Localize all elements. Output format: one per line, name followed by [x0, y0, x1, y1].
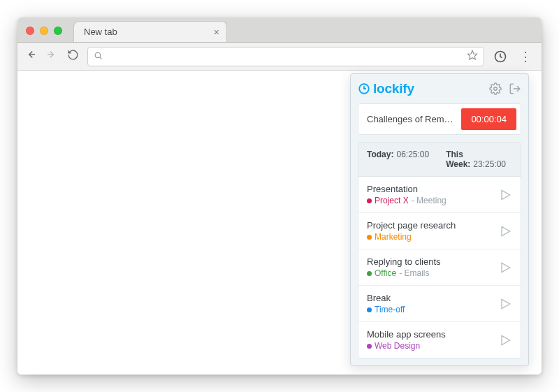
clockify-icon	[493, 50, 507, 64]
time-entry-project: Web Design	[367, 341, 493, 351]
time-entry-main: Project page researchMarketing	[367, 220, 493, 242]
play-icon	[498, 224, 512, 238]
summary-week: This Week:23:25:00	[446, 150, 512, 169]
time-entry-title: Presentation	[367, 184, 493, 194]
svg-marker-11	[502, 263, 510, 272]
clockify-logo-text: lockify	[373, 81, 414, 96]
time-entry-project: OfficeEmails	[367, 268, 493, 278]
active-timer-description[interactable]: Challenges of Remo...	[367, 114, 461, 124]
search-icon	[94, 51, 103, 62]
page-content: lockify Challenges of Remo... 00:00:04	[17, 71, 542, 375]
project-name: Web Design	[375, 341, 420, 351]
browser-window: New tab × ⋮	[17, 17, 542, 375]
time-entry[interactable]: Project page researchMarketing	[358, 212, 521, 249]
clockify-logo: lockify	[358, 81, 414, 96]
address-input[interactable]	[108, 51, 461, 61]
svg-marker-10	[502, 226, 510, 235]
reload-button[interactable]	[66, 49, 79, 64]
project-name: Marketing	[375, 232, 412, 242]
play-icon	[498, 188, 512, 202]
time-entry-main: PresentationProject XMeeting	[367, 184, 493, 205]
back-button[interactable]	[24, 48, 37, 64]
project-name: Office	[375, 268, 396, 278]
tab-title: New tab	[84, 27, 117, 37]
time-entry-main: Replying to clientsOfficeEmails	[367, 256, 493, 278]
time-entry-main: Mobile app screensWeb Design	[367, 329, 493, 351]
clockify-extension-button[interactable]	[493, 49, 508, 64]
svg-point-2	[95, 52, 101, 58]
time-entry[interactable]: PresentationProject XMeeting	[358, 177, 521, 212]
time-entry-project: Project XMeeting	[367, 196, 493, 205]
logout-icon	[509, 82, 521, 95]
time-summary: Today:06:25:00 This Week:23:25:00	[358, 143, 521, 177]
popup-header: lockify	[358, 81, 521, 96]
time-entry-project: Marketing	[367, 232, 493, 242]
stop-timer-button[interactable]: 00:00:04	[461, 108, 516, 130]
time-entry-title: Project page research	[367, 220, 493, 231]
time-entry-main: BreakTime-off	[367, 293, 493, 314]
time-entry[interactable]: BreakTime-off	[358, 285, 521, 321]
reload-icon	[67, 49, 79, 61]
bookmark-star-icon[interactable]	[467, 50, 478, 64]
forward-button[interactable]	[45, 48, 58, 64]
address-bar[interactable]	[87, 47, 484, 66]
svg-marker-12	[502, 299, 510, 308]
svg-marker-9	[502, 190, 510, 199]
resume-entry-button[interactable]	[498, 261, 512, 275]
tab-close-icon[interactable]: ×	[214, 27, 219, 38]
arrow-left-icon	[24, 48, 37, 61]
play-icon	[498, 297, 512, 311]
arrow-right-icon	[45, 48, 58, 61]
resume-entry-button[interactable]	[498, 333, 512, 347]
project-name: Project X	[375, 196, 409, 205]
task-name: Meeting	[412, 196, 447, 205]
svg-marker-4	[467, 50, 477, 59]
clockify-logo-icon	[358, 82, 370, 95]
browser-tab[interactable]: New tab ×	[73, 21, 227, 42]
time-entry[interactable]: Replying to clientsOfficeEmails	[358, 249, 521, 285]
svg-marker-13	[502, 335, 510, 344]
time-entry-title: Replying to clients	[367, 256, 493, 267]
summary-today: Today:06:25:00	[367, 150, 429, 169]
logout-button[interactable]	[509, 82, 521, 95]
time-entry-title: Break	[367, 293, 493, 303]
browser-menu-button[interactable]: ⋮	[516, 49, 535, 64]
settings-button[interactable]	[489, 82, 502, 95]
toolbar: ⋮	[17, 43, 542, 71]
time-entry-project: Time-off	[367, 305, 493, 314]
time-entry-title: Mobile app screens	[367, 329, 493, 340]
window-minimize-button[interactable]	[40, 27, 48, 35]
project-color-dot	[367, 344, 372, 349]
project-color-dot	[367, 198, 372, 203]
clockify-popup: lockify Challenges of Remo... 00:00:04	[350, 73, 529, 366]
project-color-dot	[367, 307, 372, 312]
project-color-dot	[367, 235, 372, 240]
svg-point-7	[494, 87, 498, 91]
project-color-dot	[367, 271, 372, 276]
window-close-button[interactable]	[26, 27, 34, 35]
titlebar: New tab ×	[17, 17, 542, 43]
task-name: Emails	[399, 268, 429, 278]
svg-line-3	[100, 57, 101, 59]
gear-icon	[489, 82, 502, 95]
entries-card: Today:06:25:00 This Week:23:25:00 Presen…	[358, 142, 521, 358]
time-entry[interactable]: Mobile app screensWeb Design	[358, 321, 521, 358]
play-icon	[498, 333, 512, 347]
resume-entry-button[interactable]	[498, 188, 512, 202]
resume-entry-button[interactable]	[498, 224, 512, 238]
entries-list: PresentationProject XMeetingProject page…	[358, 177, 521, 358]
window-zoom-button[interactable]	[54, 27, 62, 35]
resume-entry-button[interactable]	[498, 297, 512, 311]
project-name: Time-off	[375, 305, 405, 314]
active-timer: Challenges of Remo... 00:00:04	[358, 103, 521, 135]
play-icon	[498, 261, 512, 275]
window-controls	[17, 27, 71, 42]
